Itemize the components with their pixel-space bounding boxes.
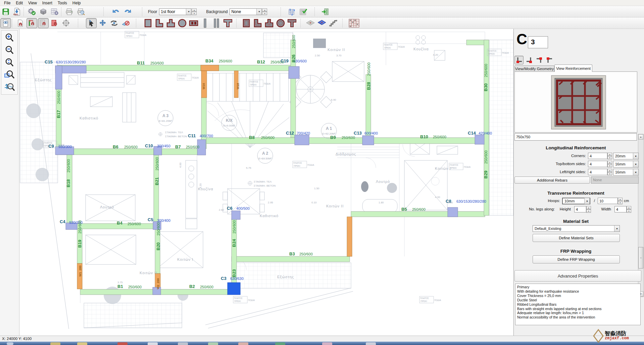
menu-tools[interactable]: Tools <box>55 0 70 6</box>
taskbar-button[interactable] <box>322 342 332 345</box>
delete-button[interactable] <box>120 18 131 28</box>
background-spinner[interactable]: ▲▼ <box>262 8 267 15</box>
start-orb[interactable] <box>7 342 13 345</box>
topbottom-spinner[interactable]: ▲▼ <box>607 161 612 167</box>
taskbar-button[interactable] <box>148 342 158 345</box>
element-number-input[interactable]: 3 <box>528 36 548 48</box>
redo-button[interactable] <box>122 7 133 17</box>
advanced-properties-header[interactable]: Advanced Properties <box>514 270 641 282</box>
stairs-button[interactable] <box>328 18 339 28</box>
tab-view-reinforcement[interactable]: View Reinforcement <box>554 64 592 72</box>
legs-height-spinner[interactable]: ▲▼ <box>586 206 591 213</box>
material-set-select[interactable]: Default_Existing▼ <box>533 225 620 232</box>
additional-rebars-button[interactable]: Additional Rebars <box>514 177 590 184</box>
menu-view[interactable]: View <box>26 0 40 6</box>
taskbar-button[interactable] <box>117 342 128 345</box>
define-material-sets-button[interactable]: Define Material Sets <box>533 234 620 242</box>
grid-red-snap-button[interactable] <box>49 18 60 28</box>
legs-width-input[interactable]: 4 <box>614 206 627 212</box>
dropdown-arrow-icon[interactable]: ▼ <box>633 169 638 175</box>
hoops-diameter-select[interactable]: 10mm▼ <box>562 198 590 204</box>
grid-settings-button[interactable] <box>49 7 60 17</box>
floor-spinner[interactable]: ▲▼ <box>192 8 197 15</box>
zoom-dynamic-button[interactable] <box>2 81 17 93</box>
column-square-button[interactable] <box>143 18 153 28</box>
column-circle-button[interactable] <box>177 18 188 28</box>
column-rect2-button[interactable] <box>188 18 199 28</box>
view-3d-button[interactable] <box>38 7 49 17</box>
taskbar-button[interactable] <box>366 342 376 345</box>
corners-diameter-select[interactable]: 20mm▼ <box>613 153 639 159</box>
grid-snap-color-button[interactable] <box>27 18 37 28</box>
define-frp-wrapping-button[interactable]: Define FRP Wrapping <box>533 255 620 263</box>
zoom-window-button[interactable] <box>2 69 17 81</box>
taskbar-button[interactable] <box>208 342 218 345</box>
selected-column-C3[interactable] <box>228 283 240 295</box>
settings-check-button[interactable] <box>27 7 37 17</box>
wall-double-button[interactable] <box>211 18 222 28</box>
scroll-up-icon[interactable]: ▲ <box>638 134 643 140</box>
storey-numbering-button[interactable]: 132 <box>287 7 297 17</box>
zoom-extents-button[interactable] <box>2 56 17 68</box>
slab-button[interactable] <box>305 18 316 28</box>
insertion-point-bl-button[interactable] <box>514 56 524 64</box>
topbottom-diameter-select[interactable]: 16mm▼ <box>613 161 639 167</box>
check-model-button[interactable] <box>298 7 309 17</box>
save-button[interactable] <box>0 7 11 17</box>
corners-count-input[interactable]: 4 <box>588 153 607 159</box>
dropdown-arrow-icon[interactable]: ▼ <box>633 153 638 159</box>
rc-square-button[interactable] <box>241 18 252 28</box>
taskbar-button[interactable] <box>77 342 87 345</box>
rotate-button[interactable] <box>109 18 119 28</box>
leftright-count-input[interactable]: 4 <box>588 169 607 175</box>
column-T-button[interactable] <box>165 18 176 28</box>
floor-select[interactable]: 1st floor ▼ <box>159 8 191 15</box>
corners-spinner[interactable]: ▲▼ <box>607 153 612 159</box>
windows-taskbar[interactable] <box>0 342 644 345</box>
rc-T-button[interactable] <box>264 18 275 28</box>
rc-circle-button[interactable] <box>275 18 286 28</box>
insertion-point-br-button[interactable] <box>525 56 534 64</box>
dropdown-arrow-icon[interactable]: ▼ <box>584 198 590 204</box>
dwg-view-button[interactable] <box>0 18 11 28</box>
insertion-point-tl-button[interactable] <box>545 56 554 64</box>
column-T-top-button[interactable] <box>222 18 233 28</box>
section-size-field[interactable]: 750x750 <box>514 133 637 141</box>
menu-insert[interactable]: Insert <box>40 0 55 6</box>
beams-layer[interactable] <box>56 40 489 295</box>
exit-button[interactable] <box>320 7 331 17</box>
floor-plan[interactable]: ΠΛΑΤΟΣΠΡΕΚΙΠΟΔΙΑΠΛΑΤΟΣΠΡΕΚΙΠΟΔΙΑΠΛΑΤΟΣΠΡ… <box>19 29 513 336</box>
menu-edit[interactable]: Edit <box>13 0 26 6</box>
taskbar-button[interactable] <box>275 342 285 345</box>
dropdown-arrow-icon[interactable]: ▼ <box>186 9 191 15</box>
topbottom-count-input[interactable]: 4 <box>588 161 607 167</box>
legs-width-spinner[interactable]: ▲▼ <box>627 206 631 213</box>
move-button[interactable] <box>97 18 108 28</box>
drawing-canvas[interactable]: ΠΛΑΤΟΣΠΡΕΚΙΠΟΔΙΑΠΛΑΤΟΣΠΡΕΚΙΠΟΔΙΑΠΛΑΤΟΣΠΡ… <box>19 29 513 336</box>
select-button[interactable] <box>86 18 97 28</box>
import-dwg-button[interactable]: DWG <box>12 7 22 17</box>
dropdown-arrow-icon[interactable]: ▼ <box>614 226 620 232</box>
zoom-out-button[interactable] <box>2 44 17 56</box>
background-select[interactable]: None ▼ <box>230 8 262 15</box>
menu-file[interactable]: File <box>1 0 13 6</box>
wall-button[interactable] <box>200 18 210 28</box>
undo-button[interactable] <box>111 7 121 17</box>
tab-view-modify-geometry[interactable]: View/Modify Geometry <box>514 65 554 72</box>
scroll-thumb[interactable]: ≡ <box>638 247 643 268</box>
taskbar-button[interactable] <box>178 342 188 345</box>
zoom-in-button[interactable] <box>2 32 17 44</box>
hoops-spacing-spinner[interactable]: ▲▼ <box>618 198 623 204</box>
dropdown-arrow-icon[interactable]: ▼ <box>633 161 638 167</box>
grid-snap-button[interactable] <box>38 18 49 28</box>
legs-height-input[interactable]: 4 <box>574 206 586 212</box>
rc-Twide-button[interactable] <box>287 18 297 28</box>
print-preview-button[interactable] <box>76 7 86 17</box>
taskbar-button[interactable] <box>238 342 248 345</box>
print-button[interactable] <box>64 7 75 17</box>
column-L-button[interactable] <box>154 18 165 28</box>
leftright-spinner[interactable]: ▲▼ <box>607 169 612 176</box>
dwg-snap-button[interactable] <box>15 18 26 28</box>
menu-help[interactable]: Help <box>70 0 84 6</box>
taskbar-button[interactable] <box>50 342 60 345</box>
